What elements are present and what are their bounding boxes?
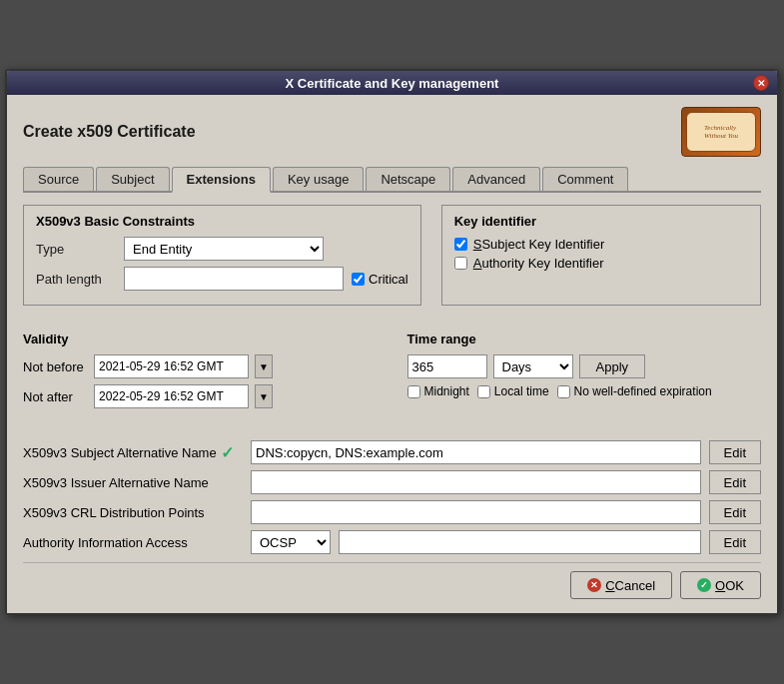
subject-alt-row: X509v3 Subject Alternative Name ✓ Edit xyxy=(23,440,761,464)
validity-title: Validity xyxy=(23,332,378,346)
not-before-label: Not before xyxy=(23,359,88,374)
not-before-dropdown[interactable]: ▼ xyxy=(255,354,273,378)
tab-key-usage[interactable]: Key usage xyxy=(273,167,364,191)
not-after-row: Not after ▼ xyxy=(23,384,378,408)
tab-source[interactable]: Source xyxy=(23,167,94,191)
ok-button[interactable]: ✓ OOK xyxy=(680,571,761,599)
titlebar: X Certificate and Key management ✕ xyxy=(7,71,777,95)
valid-checkmark: ✓ xyxy=(221,443,234,462)
time-range-value[interactable] xyxy=(407,354,487,378)
subject-alt-edit-button[interactable]: Edit xyxy=(709,440,761,464)
bottom-bar: ✕ CCancel ✓ OOK xyxy=(23,562,761,601)
not-after-dropdown[interactable]: ▼ xyxy=(255,384,273,408)
apply-button[interactable]: Apply xyxy=(579,354,646,378)
no-expiration-label: No well-defined expiration xyxy=(574,384,712,398)
tab-bar: Source Subject Extensions Key usage Nets… xyxy=(23,167,761,193)
type-row: Type End Entity CA xyxy=(36,237,408,261)
critical-check: Critical xyxy=(352,272,408,287)
midnight-check[interactable]: Midnight xyxy=(407,384,469,398)
local-time-label: Local time xyxy=(494,384,549,398)
spacer1 xyxy=(23,322,761,332)
spacer2 xyxy=(23,430,761,440)
issuer-alt-input[interactable] xyxy=(251,470,701,494)
type-select[interactable]: End Entity CA xyxy=(124,237,324,261)
dialog-content: Create x509 Certificate TechnicallyWitho… xyxy=(7,95,777,613)
window-title: X Certificate and Key management xyxy=(31,76,753,91)
local-time-checkbox[interactable] xyxy=(477,385,490,398)
cancel-icon: ✕ xyxy=(587,578,601,592)
tab-netscape[interactable]: Netscape xyxy=(366,167,450,191)
tab-advanced[interactable]: Advanced xyxy=(452,167,540,191)
dialog-header: Create x509 Certificate TechnicallyWitho… xyxy=(23,107,761,157)
dialog-title: Create x509 Certificate xyxy=(23,123,196,141)
authority-key-checkbox[interactable] xyxy=(454,257,467,270)
authority-info-edit-button[interactable]: Edit xyxy=(709,530,761,554)
authority-info-label: Authority Information Access xyxy=(23,535,243,550)
cancel-label: CCancel xyxy=(605,578,655,593)
path-length-label: Path length xyxy=(36,272,116,287)
local-time-check[interactable]: Local time xyxy=(477,384,549,398)
not-after-label: Not after xyxy=(23,389,88,404)
main-window: X Certificate and Key management ✕ Creat… xyxy=(5,69,779,615)
validity-section: Validity Not before ▼ Not after ▼ Time r… xyxy=(23,332,761,414)
crl-label: X509v3 CRL Distribution Points xyxy=(23,505,243,520)
key-identifier-title: Key identifier xyxy=(454,214,748,229)
not-after-input[interactable] xyxy=(94,384,249,408)
logo: TechnicallyWithout You xyxy=(681,107,761,157)
subject-key-row: SSubject Key Identifier xyxy=(454,237,748,252)
time-range-box: Time range Days Weeks Months Years Apply… xyxy=(407,332,762,414)
no-expiration-check[interactable]: No well-defined expiration xyxy=(557,384,712,398)
time-range-title: Time range xyxy=(407,332,762,346)
midnight-label: Midnight xyxy=(424,384,469,398)
crl-edit-button[interactable]: Edit xyxy=(709,500,761,524)
crl-input[interactable] xyxy=(251,500,701,524)
subject-key-checkbox[interactable] xyxy=(454,238,467,251)
tab-extensions[interactable]: Extensions xyxy=(172,167,271,193)
validity-box: Validity Not before ▼ Not after ▼ xyxy=(23,332,378,414)
basic-constraints-title: X509v3 Basic Constraints xyxy=(36,214,408,229)
top-sections: X509v3 Basic Constraints Type End Entity… xyxy=(23,205,761,306)
time-range-row1: Days Weeks Months Years Apply xyxy=(407,354,762,378)
critical-label: Critical xyxy=(369,272,408,287)
alt-section: X509v3 Subject Alternative Name ✓ Edit X… xyxy=(23,440,761,554)
authority-key-row: Authority Key Identifier xyxy=(454,256,748,271)
authority-info-input[interactable] xyxy=(339,530,701,554)
authority-info-type[interactable]: OCSP CA Issuers xyxy=(251,530,331,554)
issuer-alt-edit-button[interactable]: Edit xyxy=(709,470,761,494)
not-before-input[interactable] xyxy=(94,354,249,378)
basic-constraints-section: X509v3 Basic Constraints Type End Entity… xyxy=(23,205,421,306)
subject-key-label: SSubject Key Identifier xyxy=(473,237,605,252)
path-length-input[interactable] xyxy=(124,267,344,291)
time-range-unit[interactable]: Days Weeks Months Years xyxy=(493,354,573,378)
type-label: Type xyxy=(36,242,116,257)
not-before-row: Not before ▼ xyxy=(23,354,378,378)
issuer-alt-row: X509v3 Issuer Alternative Name Edit xyxy=(23,470,761,494)
authority-key-label: Authority Key Identifier xyxy=(473,256,604,271)
path-length-row: Path length Critical xyxy=(36,267,408,291)
ok-label: OOK xyxy=(715,578,744,593)
no-expiration-checkbox[interactable] xyxy=(557,385,570,398)
crl-row: X509v3 CRL Distribution Points Edit xyxy=(23,500,761,524)
issuer-alt-label: X509v3 Issuer Alternative Name xyxy=(23,475,243,490)
time-range-row2: Midnight Local time No well-defined expi… xyxy=(407,384,762,398)
key-identifier-section: Key identifier SSubject Key Identifier A… xyxy=(441,205,761,306)
ok-icon: ✓ xyxy=(697,578,711,592)
critical-checkbox[interactable] xyxy=(352,273,365,286)
midnight-checkbox[interactable] xyxy=(407,385,420,398)
subject-alt-label: X509v3 Subject Alternative Name ✓ xyxy=(23,443,243,462)
close-button[interactable]: ✕ xyxy=(753,75,769,91)
tab-subject[interactable]: Subject xyxy=(96,167,169,191)
logo-scroll: TechnicallyWithout You xyxy=(686,112,756,152)
tab-comment[interactable]: Comment xyxy=(542,167,628,191)
cancel-button[interactable]: ✕ CCancel xyxy=(570,571,672,599)
authority-info-row: Authority Information Access OCSP CA Iss… xyxy=(23,530,761,554)
subject-alt-input[interactable] xyxy=(251,440,701,464)
